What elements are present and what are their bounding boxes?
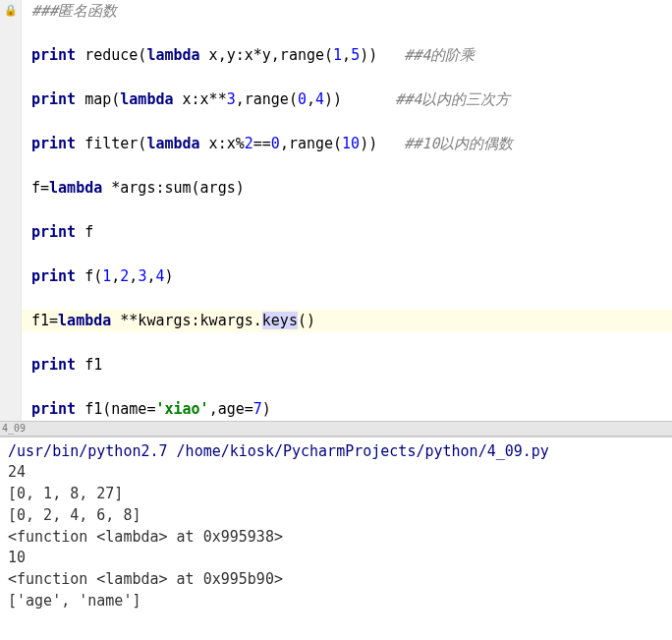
number-token: 1 (333, 46, 342, 64)
code-token: **kwargs:kwargs. (111, 312, 262, 329)
code-token: ) (262, 400, 271, 418)
code-token: == (253, 135, 271, 152)
code-line[interactable]: f1=lambda **kwargs:kwargs.keys() (0, 310, 672, 332)
code-content[interactable] (22, 111, 40, 134)
code-content[interactable] (22, 200, 40, 222)
keyword-token: lambda (49, 179, 102, 197)
code-content[interactable]: print f(1,2,3,4) (22, 265, 174, 288)
code-line[interactable] (0, 155, 672, 178)
code-token: reduce( (84, 46, 146, 64)
code-line[interactable]: 🔒###匿名函数 (0, 0, 672, 23)
code-token: f1= (31, 312, 58, 329)
code-content[interactable]: ###匿名函数 (22, 0, 117, 23)
keyword-token: print (31, 135, 76, 152)
keyword-token: print (31, 223, 76, 241)
code-line[interactable]: print f1(name='xiao',age=7) (0, 398, 672, 421)
gutter (0, 244, 22, 266)
code-line[interactable] (0, 244, 672, 266)
code-content[interactable] (22, 288, 40, 311)
string-token: 'xiao' (155, 400, 208, 418)
code-token: ,range( (236, 90, 298, 108)
code-token: map( (84, 90, 120, 108)
code-content[interactable] (22, 155, 40, 178)
code-line[interactable] (0, 377, 672, 399)
code-line[interactable] (0, 67, 672, 89)
gutter (0, 67, 22, 89)
code-content[interactable] (22, 377, 40, 399)
code-content[interactable]: f1=lambda **kwargs:kwargs.keys() (22, 310, 315, 332)
code-content[interactable]: print f (22, 221, 93, 244)
code-token: x:x% (200, 135, 245, 152)
code-token: ) (164, 267, 173, 285)
number-token: 1 (102, 267, 111, 285)
number-token: 10 (342, 135, 360, 152)
number-token: 0 (271, 135, 280, 152)
console-line: 10 (8, 548, 664, 569)
code-content[interactable]: print reduce(lambda x,y:x*y,range(1,5)) … (22, 44, 475, 67)
number-token: 3 (227, 90, 236, 108)
keyword-token: print (31, 90, 76, 108)
comment-text: ##4的阶乘 (404, 46, 475, 64)
code-content[interactable]: f=lambda *args:sum(args) (22, 177, 245, 200)
code-token: *args:sum(args) (102, 179, 245, 197)
code-line[interactable]: print f (0, 221, 672, 244)
comment-text: ##4以内的三次方 (395, 90, 510, 108)
number-token: 5 (351, 46, 360, 64)
code-line[interactable]: print filter(lambda x:x%2==0,range(10)) … (0, 133, 672, 155)
console-line: [0, 2, 4, 6, 8] (8, 505, 664, 527)
code-token: f (76, 223, 93, 241)
code-content[interactable]: print f1 (22, 354, 102, 377)
code-token: f( (76, 267, 102, 285)
code-token (76, 46, 84, 64)
lock-icon: 🔒 (0, 0, 22, 23)
code-token (76, 90, 84, 108)
keyword-token: print (31, 267, 76, 285)
code-token: () (298, 312, 315, 329)
code-line[interactable]: print f1 (0, 354, 672, 377)
code-content[interactable] (22, 23, 40, 45)
code-content[interactable] (22, 67, 40, 89)
code-line[interactable] (0, 23, 672, 45)
comment-text: ###匿名函数 (31, 2, 117, 20)
code-line[interactable] (0, 332, 672, 355)
code-content[interactable]: print f1(name='xiao',age=7) (22, 398, 271, 421)
code-token: )) (360, 135, 377, 152)
code-token: )) (360, 46, 377, 64)
console-output[interactable]: /usr/bin/python2.7 /home/kiosk/PycharmPr… (0, 436, 672, 616)
gutter (0, 265, 22, 288)
console-line: ['age', 'name'] (8, 591, 664, 612)
gutter (0, 332, 22, 355)
gutter (0, 221, 22, 244)
keyword-token: print (31, 400, 76, 418)
number-token: 2 (120, 267, 129, 285)
code-line[interactable] (0, 200, 672, 222)
code-line[interactable]: f=lambda *args:sum(args) (0, 177, 672, 200)
code-content[interactable] (22, 332, 40, 355)
console-line: [0, 1, 8, 27] (8, 484, 664, 505)
code-content[interactable] (22, 244, 40, 266)
gutter (0, 398, 22, 421)
gutter (0, 133, 22, 155)
code-token: x,y:x*y,range( (200, 46, 333, 64)
keyword-token: print (31, 356, 76, 374)
run-tab-bar[interactable]: 4_09 (0, 421, 672, 436)
code-line[interactable] (0, 111, 672, 134)
gutter (0, 155, 22, 178)
console-command: /usr/bin/python2.7 /home/kiosk/PycharmPr… (8, 441, 664, 463)
code-content[interactable]: print filter(lambda x:x%2==0,range(10)) … (22, 133, 513, 155)
code-line[interactable]: print map(lambda x:x**3,range(0,4)) ##4以… (0, 88, 672, 111)
gutter (0, 44, 22, 67)
code-token (377, 46, 404, 64)
gutter (0, 310, 22, 332)
code-line[interactable]: print f(1,2,3,4) (0, 265, 672, 288)
gutter (0, 88, 22, 111)
code-editor[interactable]: 🔒###匿名函数 print reduce(lambda x,y:x*y,ran… (0, 0, 672, 421)
gutter (0, 111, 22, 134)
code-line[interactable] (0, 288, 672, 311)
keyword-token: lambda (146, 46, 199, 64)
console-line: 24 (8, 462, 664, 484)
code-content[interactable]: print map(lambda x:x**3,range(0,4)) ##4以… (22, 88, 510, 111)
gutter (0, 200, 22, 222)
code-line[interactable]: print reduce(lambda x,y:x*y,range(1,5)) … (0, 44, 672, 67)
run-tab-label: 4_09 (2, 423, 26, 434)
